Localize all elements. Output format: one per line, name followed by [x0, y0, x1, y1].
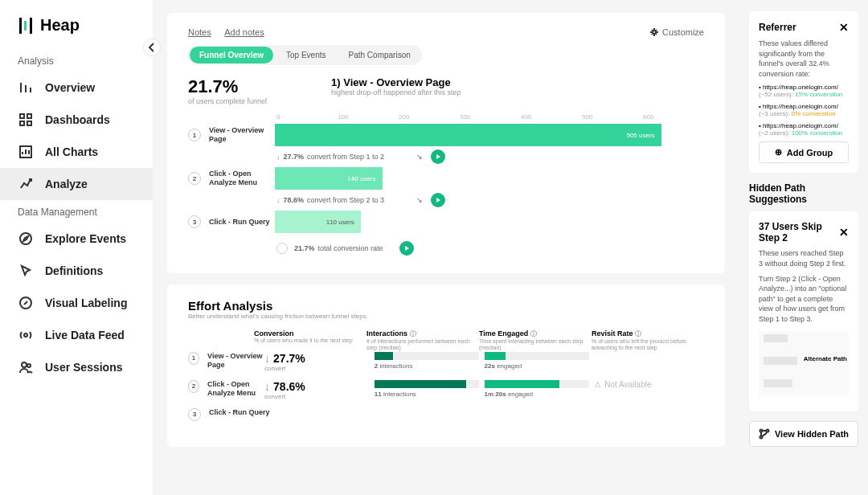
conversion-between-1-2: ↓ 27.7% convert from Step 1 to 2 ↘ — [276, 149, 704, 164]
col-interactions: Interactions ⓘ# of interactions performe… — [366, 329, 479, 352]
add-group-button[interactable]: ⊕ Add Group — [759, 141, 849, 163]
arrow-down-icon: ↓ — [276, 153, 280, 161]
play-button[interactable] — [399, 241, 414, 256]
info-icon[interactable]: ⓘ — [410, 330, 416, 338]
pencil-icon — [18, 295, 34, 311]
compass-icon — [18, 231, 34, 247]
cursor-icon — [18, 263, 34, 279]
step-number: 1 — [188, 129, 201, 141]
info-icon[interactable]: ⓘ — [635, 330, 641, 338]
svg-rect-1 — [27, 114, 31, 118]
sidebar-item-analyze[interactable]: Analyze — [0, 168, 153, 200]
view-hidden-path-button[interactable]: View Hidden Path — [749, 421, 858, 447]
funnel-bar[interactable]: 140 users — [275, 167, 383, 190]
svg-rect-2 — [20, 121, 24, 125]
circle-icon — [276, 243, 288, 254]
nav-label: Visual Labeling — [45, 297, 127, 309]
between-pct: 78.6% — [284, 196, 305, 204]
total-text: total conversion rate — [318, 244, 383, 252]
nav-label: Live Data Feed — [45, 329, 125, 342]
conv-value: 78.6% — [273, 380, 305, 393]
alternate-path-label: Alternate Path — [804, 355, 847, 362]
referrer-item: • https://heap.onelogin.com/(~52 users):… — [759, 84, 849, 98]
close-icon[interactable]: ✕ — [839, 226, 849, 239]
sidebar-item-overview[interactable]: Overview — [0, 72, 153, 104]
effort-title: Effort Analysis — [188, 299, 704, 313]
tab-top-events[interactable]: Top Events — [276, 47, 335, 63]
dropoff-sub: highest drop-off happened after this ste… — [331, 88, 461, 96]
analyze-icon — [18, 176, 34, 192]
step-number: 3 — [188, 408, 201, 421]
tab-funnel-overview[interactable]: Funnel Overview — [190, 47, 273, 63]
chevron-left-icon — [145, 40, 159, 55]
add-notes-link[interactable]: Add notes — [224, 27, 264, 37]
hidden-path-card: 37 Users Skip Step 2 ✕ These users reach… — [749, 211, 858, 411]
step-label: Click - Open Analyze Menu — [209, 170, 275, 187]
play-button[interactable] — [431, 193, 445, 207]
nav-label: Dashboards — [45, 113, 110, 126]
svg-point-9 — [27, 364, 31, 367]
step-number: 2 — [188, 172, 201, 185]
play-button[interactable] — [431, 149, 445, 164]
right-panel: Referrer ✕ These values differed signifi… — [739, 0, 868, 495]
hidden-title: 37 Users Skip Step 2 — [759, 221, 839, 243]
nav-label: All Charts — [45, 145, 98, 158]
effort-row-3: 3 Click - Run Query — [188, 408, 704, 421]
arrow-down-icon: ↓ — [264, 352, 270, 365]
sidebar-item-explore-events[interactable]: Explore Events — [0, 223, 153, 255]
users-icon — [18, 359, 34, 375]
funnel-step-2: 2 Click - Open Analyze Menu 140 users — [188, 167, 704, 190]
dropoff-arrow-icon: ↘ — [416, 196, 423, 204]
col-revisit: Revisit Rate ⓘ% of users who left the pr… — [592, 329, 704, 352]
broadcast-icon — [18, 327, 34, 343]
time-bar — [485, 380, 589, 388]
sidebar-item-user-sessions[interactable]: User Sessions — [0, 351, 153, 383]
hidden-path-heading: Hidden Path Suggestions — [749, 182, 858, 205]
sidebar-item-dashboards[interactable]: Dashboards — [0, 104, 153, 136]
conversion-sub: of users complete funnel — [188, 97, 267, 105]
funnel-step-3: 3 Click - Run Query 110 users — [188, 211, 704, 233]
conv-value: 27.7% — [273, 352, 305, 365]
step-label: Click - Open Analyze Menu — [207, 380, 264, 398]
step-label: Click - Run Query — [209, 408, 275, 417]
referrer-card: Referrer ✕ These values differed signifi… — [749, 11, 858, 173]
hidden-text: Turn Step 2 (Click - Open Analyze...) in… — [759, 274, 849, 325]
not-available: ⚠ Not Available — [594, 380, 704, 389]
funnel-card: Notes Add notes Customize Funnel Overvie… — [167, 13, 725, 273]
logo: Heap — [0, 16, 153, 49]
step-number: 2 — [188, 380, 199, 393]
view-hidden-path-label: View Hidden Path — [775, 429, 849, 439]
sidebar-item-definitions[interactable]: Definitions — [0, 255, 153, 287]
path-diagram: Alternate Path — [759, 331, 849, 395]
branch-icon — [759, 428, 770, 440]
info-icon[interactable]: ⓘ — [530, 330, 537, 338]
gear-icon — [649, 27, 659, 37]
section-label-analysis: Analysis — [0, 49, 153, 72]
sidebar-item-all-charts[interactable]: All Charts — [0, 136, 153, 168]
section-label-data: Data Management — [0, 200, 153, 223]
sidebar-item-live-data-feed[interactable]: Live Data Feed — [0, 319, 153, 351]
step-number: 3 — [188, 215, 201, 228]
tab-path-comparison[interactable]: Path Comparison — [339, 47, 420, 63]
hidden-text: These users reached Step 3 without doing… — [759, 248, 849, 268]
notes-link[interactable]: Notes — [188, 27, 211, 37]
inter-value: 11 — [375, 391, 382, 398]
collapse-sidebar-button[interactable] — [143, 39, 161, 56]
funnel-bar[interactable]: 505 users — [275, 124, 661, 146]
nav-label: Definitions — [45, 264, 103, 277]
funnel-step-1: 1 View - Overview Page 505 users — [188, 124, 704, 146]
close-icon[interactable]: ✕ — [839, 21, 849, 34]
time-bar — [485, 352, 589, 360]
step-label: View - Overview Page — [209, 126, 275, 144]
conversion-pct: 21.7% — [188, 76, 267, 97]
charts-icon — [18, 144, 34, 160]
sidebar-item-visual-labeling[interactable]: Visual Labeling — [0, 287, 153, 319]
step-label: Click - Run Query — [209, 218, 275, 227]
heap-logo-icon — [18, 18, 34, 34]
funnel-bar[interactable]: 110 users — [275, 211, 361, 233]
referrer-title: Referrer — [759, 22, 796, 33]
customize-button[interactable]: Customize — [649, 27, 704, 37]
svg-rect-0 — [20, 114, 24, 118]
referrer-item: • https://heap.onelogin.com/(~2 users): … — [759, 122, 849, 137]
customize-label: Customize — [662, 27, 704, 37]
